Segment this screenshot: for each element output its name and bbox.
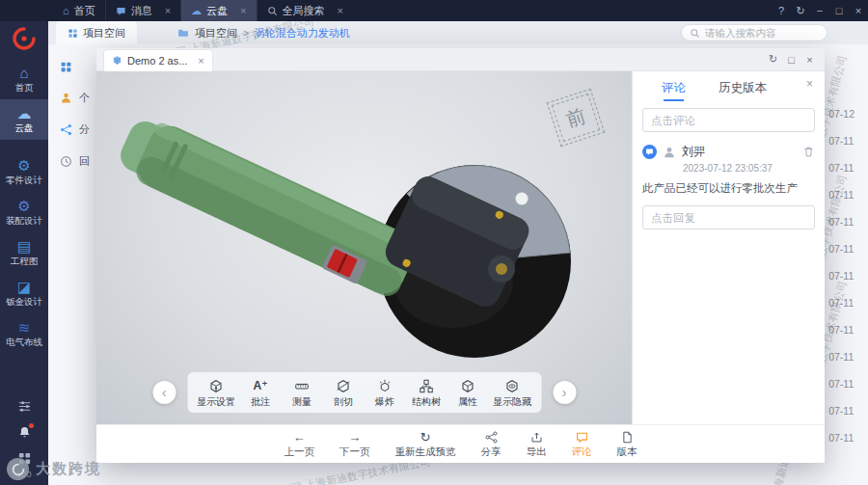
- search-icon: [267, 6, 278, 16]
- tool-display-settings[interactable]: 显示设置: [197, 378, 235, 409]
- tab-global-search[interactable]: 全局搜索 ×: [257, 0, 353, 21]
- titlebar: ⌂ 首页 消息 × ☁ 云盘 × 全局搜索 ×: [0, 0, 868, 21]
- close-icon[interactable]: ×: [165, 5, 171, 16]
- cloud-icon: ☁: [17, 105, 32, 121]
- sidebar-item-label: 工程图: [11, 256, 39, 268]
- comment-author: 刘羿: [682, 144, 705, 160]
- tool-measure[interactable]: 测量: [285, 378, 318, 409]
- refresh-button[interactable]: ↻: [791, 5, 810, 17]
- delete-comment-icon[interactable]: [802, 146, 815, 158]
- viewer-doc-tab-label: Demo 2 as...: [127, 55, 187, 67]
- sidebar-item-home[interactable]: ⌂ 首页: [0, 59, 48, 99]
- tool-annotate[interactable]: A⁺ 批注: [244, 378, 277, 409]
- project-grid-icon: [68, 28, 78, 39]
- nav-item-label: 个: [79, 91, 90, 105]
- tab-label: 云盘: [206, 4, 228, 18]
- tab-comments[interactable]: 评论: [662, 80, 686, 101]
- close-button[interactable]: ×: [849, 5, 868, 16]
- app-logo-icon[interactable]: [12, 26, 37, 55]
- file-date: 07-11: [828, 378, 854, 390]
- sidebar-item-cloud-disk[interactable]: ☁ 云盘: [0, 99, 48, 140]
- sidebar-item-engineering-drawing[interactable]: ▤ 工程图: [0, 232, 48, 273]
- app-window: ⌂ 首页 消息 × ☁ 云盘 × 全局搜索 ×: [0, 0, 868, 485]
- tool-label: 剖切: [334, 395, 353, 409]
- minimize-button[interactable]: −: [810, 5, 829, 16]
- viewer-doc-tab[interactable]: Demo 2 as... ×: [103, 49, 213, 71]
- panel-tabs: 评论 历史版本 ×: [642, 71, 815, 108]
- close-icon[interactable]: ×: [338, 5, 343, 16]
- version-icon: [621, 430, 634, 445]
- tool-explode[interactable]: 爆炸: [368, 378, 401, 409]
- viewer-modal-header: Demo 2 as... × ↻ □ ×: [96, 48, 825, 71]
- sidebar-item-sheet-metal[interactable]: ◪ 钣金设计: [0, 273, 48, 313]
- file-date: 07-11: [828, 135, 854, 147]
- explode-icon: [378, 378, 393, 393]
- comment-button[interactable]: 评论: [572, 430, 592, 459]
- tab-label: 全局搜索: [283, 4, 325, 18]
- close-icon[interactable]: ×: [240, 5, 246, 16]
- sidebar-item-wiring[interactable]: ≋ 电气布线: [0, 313, 48, 354]
- toolbar-next-button[interactable]: ›: [553, 381, 576, 404]
- comments-panel: 评论 历史版本 × 刘羿: [632, 71, 825, 424]
- regenerate-icon: ↻: [420, 430, 431, 445]
- display-settings-icon: [209, 378, 224, 393]
- comment-input[interactable]: [642, 108, 815, 132]
- brand-watermark: 大数跨境: [7, 458, 101, 480]
- maximize-button[interactable]: □: [829, 5, 849, 16]
- comment-timestamp: 2023-07-12 23:05:37: [683, 163, 815, 174]
- tool-show-hide[interactable]: 显示隐藏: [493, 378, 531, 409]
- regenerate-preview-button[interactable]: ↻ 重新生成预览: [395, 430, 456, 459]
- 3d-viewport[interactable]: 前 ‹ 显示设置 A⁺ 批注: [96, 71, 632, 424]
- sidebar-item-part-design[interactable]: ⚙ 零件设计: [0, 151, 48, 192]
- comment-type-badge: [642, 145, 657, 159]
- share-button[interactable]: 分享: [481, 430, 502, 459]
- window-controls: ? ↻ − □ ×: [772, 0, 868, 21]
- action-label: 评论: [572, 445, 592, 459]
- part-design-gear-icon: ⚙: [17, 157, 30, 173]
- prev-page-button[interactable]: ← 上一页: [285, 430, 315, 459]
- share-icon: [60, 123, 72, 136]
- maximize-button[interactable]: □: [782, 54, 800, 66]
- prev-page-icon: ←: [293, 430, 306, 445]
- section-cut-icon: [337, 378, 351, 393]
- file-date: 07-11: [828, 351, 854, 363]
- tool-section-cut[interactable]: 剖切: [327, 378, 360, 409]
- message-icon: [116, 6, 126, 16]
- viewer-modal-controls: ↻ □ ×: [764, 53, 819, 66]
- nav-item-label: 回: [79, 154, 90, 169]
- tab-messages[interactable]: 消息 ×: [105, 0, 180, 21]
- workspace-tab-project-space[interactable]: 项目空间: [56, 21, 137, 44]
- next-page-button[interactable]: → 下一页: [339, 430, 370, 459]
- notification-bell-icon[interactable]: [17, 425, 32, 440]
- help-button[interactable]: ?: [772, 5, 791, 16]
- search-input[interactable]: [705, 27, 816, 39]
- close-button[interactable]: ×: [800, 54, 819, 66]
- file-date: 07-11: [828, 162, 854, 174]
- tool-label: 测量: [292, 395, 312, 409]
- home-icon: ⌂: [19, 65, 28, 80]
- action-label: 上一页: [285, 445, 315, 459]
- refresh-button[interactable]: ↻: [764, 53, 782, 66]
- properties-icon: [461, 378, 475, 393]
- toolbar-prev-button[interactable]: ‹: [152, 381, 176, 404]
- action-label: 版本: [617, 445, 637, 459]
- sidebar-item-assembly-design[interactable]: ⚙ 装配设计: [0, 192, 48, 232]
- workspace-search[interactable]: [681, 24, 827, 41]
- tab-cloud-disk[interactable]: ☁ 云盘 ×: [180, 0, 256, 21]
- panel-close-icon[interactable]: ×: [806, 77, 813, 91]
- version-button[interactable]: 版本: [617, 430, 637, 459]
- file-date: 07-11: [828, 405, 854, 417]
- export-button[interactable]: 导出: [527, 430, 547, 459]
- show-hide-icon: [505, 378, 520, 393]
- sliders-icon[interactable]: [17, 399, 32, 414]
- annotate-icon: A⁺: [254, 378, 268, 393]
- close-icon[interactable]: ×: [198, 55, 203, 67]
- reply-input[interactable]: [642, 205, 815, 229]
- tool-structure-tree[interactable]: 结构树: [410, 378, 443, 409]
- cad-file-icon: [112, 55, 122, 66]
- sidebar-item-label: 首页: [15, 82, 34, 94]
- tool-properties[interactable]: 属性: [451, 378, 484, 409]
- brand-watermark-text: 大数跨境: [36, 460, 101, 478]
- tab-history-versions[interactable]: 历史版本: [719, 80, 767, 101]
- tab-home[interactable]: ⌂ 首页: [53, 0, 105, 21]
